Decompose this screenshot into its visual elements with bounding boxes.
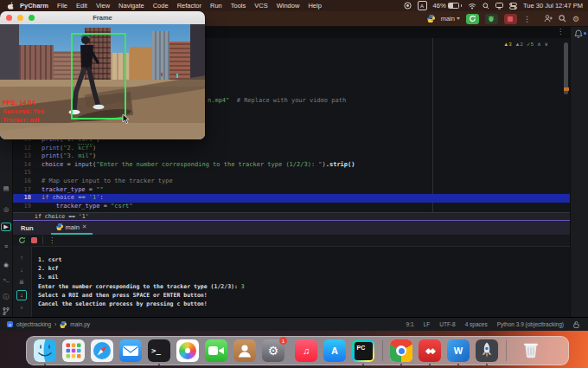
code-line-16[interactable]: 16# Map user input to the tracker type	[12, 178, 571, 186]
line-number[interactable]: 13	[12, 152, 42, 161]
python-console-tool-icon[interactable]: ◉	[0, 261, 12, 268]
readonly-lock-icon[interactable]	[573, 321, 579, 328]
caret-position[interactable]: 9:1	[406, 321, 414, 327]
indent-setting[interactable]: 4 spaces	[465, 321, 488, 327]
settings-gear-icon[interactable]: ⚙	[572, 15, 579, 23]
menu-item-refactor[interactable]: Refactor	[177, 2, 201, 10]
python-rocket-icon[interactable]	[476, 339, 498, 362]
line-number[interactable]: 14	[12, 161, 42, 170]
menu-item-view[interactable]: View	[96, 2, 110, 10]
breadcrumb[interactable]: o objecttracking › main.py	[7, 321, 90, 328]
terminal-tool-icon[interactable]: >_	[0, 277, 12, 282]
battery-indicator[interactable]: 46%	[433, 2, 463, 10]
commit-tool-icon[interactable]: ◎	[0, 206, 12, 213]
diamond-app-icon[interactable]: ◆◆	[419, 339, 441, 362]
launchpad-icon[interactable]	[62, 339, 85, 362]
menu-item-file[interactable]: File	[57, 2, 67, 10]
services-tool-icon[interactable]: ≡	[0, 243, 12, 249]
menu-item-vcs[interactable]: VCS	[254, 2, 267, 10]
rerun-button[interactable]	[466, 14, 479, 24]
prev-problem-icon[interactable]: ∧	[537, 41, 540, 47]
inspections-widget[interactable]: ▲3 ▲2 ✓5 ∧ ∨	[503, 41, 548, 47]
frame-window-titlebar[interactable]: Frame	[0, 11, 205, 24]
next-problem-icon[interactable]: ∨	[545, 41, 548, 47]
line-number[interactable]: 17	[12, 186, 42, 195]
menu-item-code[interactable]: Code	[153, 2, 169, 10]
editor-scrollbar[interactable]	[564, 42, 568, 94]
menu-item-help[interactable]: Help	[308, 2, 321, 10]
stop-icon[interactable]	[31, 237, 37, 243]
finder-icon[interactable]	[34, 339, 56, 362]
add-user-icon[interactable]	[544, 15, 553, 23]
facetime-icon[interactable]	[205, 339, 227, 362]
safari-icon[interactable]	[91, 339, 113, 362]
photos-icon[interactable]	[176, 339, 199, 362]
contacts-icon[interactable]	[233, 339, 256, 362]
problems-tool-icon[interactable]: ⓘ	[0, 293, 12, 301]
opencv-frame-window[interactable]: Frame	[0, 11, 205, 139]
code-line-19[interactable]: 19 tracker_type = "csrt"	[12, 203, 571, 211]
file-encoding[interactable]: UTF-8	[439, 321, 455, 327]
menu-item-window[interactable]: Window	[277, 2, 300, 10]
control-center-icon[interactable]	[509, 3, 517, 10]
run-tab-main[interactable]: main ✕	[51, 221, 93, 235]
python-interpreter[interactable]: Python 3.9 (objecttracking)	[497, 321, 564, 327]
code-line-13[interactable]: 13print("3. mil")	[12, 152, 571, 161]
run-console[interactable]: ↑ ↓ ≣ ↓ › 1. csrt2. kcf3. milEnter the n…	[12, 246, 571, 318]
line-number[interactable]: 12	[12, 145, 42, 153]
music-icon[interactable]: ♫	[295, 339, 317, 362]
spotlight-search-icon[interactable]	[483, 3, 489, 10]
file-name[interactable]: main.py	[70, 321, 90, 327]
trash-icon[interactable]	[520, 339, 542, 362]
search-everywhere-icon[interactable]	[559, 15, 566, 23]
close-tab-icon[interactable]: ✕	[82, 223, 87, 230]
structure-tool-icon[interactable]: ▤	[0, 185, 12, 192]
word-icon[interactable]: W	[447, 339, 470, 362]
mail-icon[interactable]	[119, 339, 142, 362]
menu-item-pycharm[interactable]: PyCharm	[20, 2, 48, 10]
notifications-bell-icon[interactable]	[574, 29, 583, 38]
expand-gutter-icon[interactable]: ›	[12, 305, 31, 311]
menu-bar-clock[interactable]: Tue 30 Jul 12:47 PM	[523, 2, 583, 10]
screen-record-icon[interactable]	[404, 2, 412, 10]
menu-item-navigate[interactable]: Navigate	[118, 2, 144, 10]
scroll-to-end-icon[interactable]: ↓	[16, 290, 27, 300]
git-branch-tool-icon[interactable]	[0, 307, 12, 315]
rerun-icon[interactable]	[18, 236, 26, 244]
menu-item-edit[interactable]: Edit	[76, 2, 87, 10]
run-config-selector[interactable]: main	[441, 15, 460, 23]
pycharm-icon[interactable]: PC	[352, 339, 374, 362]
chrome-icon[interactable]	[390, 339, 412, 362]
app-store-icon[interactable]: A	[323, 339, 346, 362]
project-name[interactable]: objecttracking	[16, 321, 51, 327]
code-line-15[interactable]: 15	[12, 169, 571, 178]
menu-item-tools[interactable]: Tools	[231, 2, 246, 10]
down-stacktrace-icon[interactable]: ↓	[12, 267, 31, 273]
line-separator[interactable]: LF	[424, 321, 431, 327]
line-number[interactable]: 19	[12, 203, 42, 211]
system-settings-icon[interactable]: ⚙1	[262, 339, 284, 362]
display-icon[interactable]	[495, 3, 503, 10]
input-source-icon[interactable]: A	[418, 1, 427, 10]
code-line-17[interactable]: 17tracker_type = ""	[12, 186, 571, 195]
terminal-icon[interactable]: >_	[148, 339, 170, 362]
run-tool-icon[interactable]: ▶	[1, 223, 11, 231]
menu-item-run[interactable]: Run	[210, 2, 222, 10]
stop-button[interactable]	[504, 14, 517, 24]
more-actions-icon[interactable]: ⋮	[523, 15, 531, 23]
code-line-18[interactable]: 18if choice == '1':	[12, 194, 571, 203]
tab-options-icon[interactable]: ⋮	[557, 28, 564, 36]
wifi-icon[interactable]	[468, 3, 476, 10]
soft-wrap-icon[interactable]: ≣	[12, 279, 31, 286]
code-line-14[interactable]: 14choice = input("Enter the number corre…	[12, 161, 571, 170]
debug-button[interactable]	[485, 14, 498, 24]
line-number[interactable]: 18	[12, 194, 42, 203]
console-more-icon[interactable]: ⋮	[48, 236, 55, 244]
line-number[interactable]: 16	[12, 178, 42, 186]
console-output[interactable]: 1. csrt2. kcf3. milEnter the number corr…	[38, 255, 569, 308]
code-line-12[interactable]: 12print("2. kcf")	[12, 145, 571, 153]
line-number[interactable]: 15	[12, 169, 42, 178]
error-stripe-mark[interactable]	[564, 87, 569, 91]
code-lines[interactable]: 11print("1. csrt")12print("2. kcf")13pri…	[12, 136, 571, 210]
code-fragment-line[interactable]: n.mp4" # Replace with your video path	[208, 97, 346, 104]
